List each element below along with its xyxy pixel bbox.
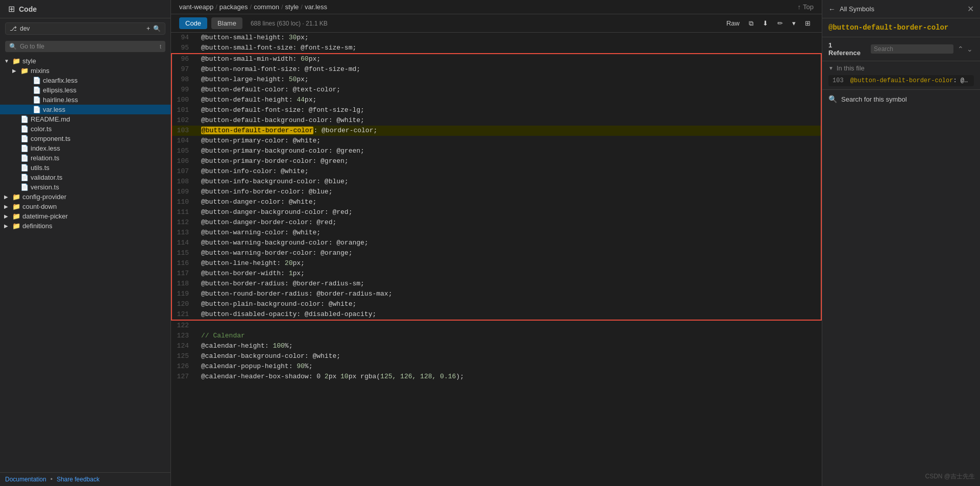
line-code: @button-default-height: 44px; [197, 95, 821, 105]
file-info: 688 lines (630 loc) · 21.1 KB [251, 20, 328, 27]
line-number: 111 [172, 207, 197, 217]
footer-feedback-link[interactable]: Share feedback [57, 476, 100, 483]
raw-button[interactable]: Raw [723, 18, 743, 29]
line-number: 119 [172, 289, 197, 299]
tree-item-clearfix[interactable]: 📄 clearfix.less [0, 76, 170, 85]
line-number: 102 [172, 115, 197, 126]
symbols-button[interactable]: ⊞ [802, 18, 814, 29]
search-input[interactable] [20, 43, 157, 50]
code-tab[interactable]: Code [179, 17, 207, 29]
folder-icon: 📁 [12, 57, 20, 65]
toolbar: Code Blame 688 lines (630 loc) · 21.1 KB… [171, 14, 822, 33]
table-row: 94 @button-small-height: 30px; [172, 33, 821, 43]
line-number: 121 [172, 309, 197, 320]
tree-item-count-down[interactable]: ▶ 📁 count-down [0, 202, 170, 211]
line-code: @button-normal-font-size: @font-size-md; [197, 64, 821, 75]
close-panel-button[interactable]: ✕ [967, 4, 974, 14]
ref-item-103[interactable]: 103 @button-default-border-color: @borde… [828, 75, 974, 86]
search-icon[interactable]: 🔍 [153, 25, 161, 32]
tree-item-index-less[interactable]: 📄 index.less [0, 143, 170, 153]
tree-item-style[interactable]: ▼ 📁 style [0, 56, 170, 66]
branch-selector[interactable]: ⎇ dev + 🔍 [5, 22, 165, 35]
breadcrumb-style[interactable]: style [285, 3, 299, 11]
search-box[interactable]: 🔍 t [5, 41, 165, 52]
tree-item-definitions[interactable]: ▶ 📁 definitions [0, 221, 170, 231]
table-row: 97 @button-normal-font-size: @font-size-… [172, 64, 821, 75]
line-code: @button-warning-border-color: @orange; [197, 248, 821, 258]
line-code: @button-primary-background-color: @green… [197, 146, 821, 156]
tree-item-readme[interactable]: 📄 README.md [0, 114, 170, 124]
tree-label-relation: relation.ts [31, 154, 59, 162]
collapse-down-button[interactable]: ⌄ [966, 45, 974, 53]
line-code: @button-small-min-width: 60px; [197, 54, 821, 64]
tree-item-mixins[interactable]: ▶ 📁 mixins [0, 66, 170, 76]
edit-button[interactable]: ✏ [774, 18, 786, 29]
breadcrumb-sep-4: / [301, 3, 303, 11]
tree-item-color[interactable]: 📄 color.ts [0, 124, 170, 134]
folder-icon: 📁 [12, 212, 20, 220]
tree-item-version[interactable]: 📄 version.ts [0, 182, 170, 192]
breadcrumb-packages[interactable]: packages [219, 3, 248, 11]
collapse-up-button[interactable]: ⌃ [957, 45, 965, 53]
folder-icon: 📁 [12, 222, 20, 230]
table-row: 102 @button-default-background-color: @w… [172, 115, 821, 126]
tree-label-hairline: hairline.less [43, 96, 78, 104]
tree-item-datetime-picker[interactable]: ▶ 📁 datetime-picker [0, 211, 170, 221]
code-view[interactable]: 94 @button-small-height: 30px; 95 @butto… [171, 33, 822, 486]
tree-label-definitions: definitions [22, 222, 53, 230]
tree-item-ellipsis[interactable]: 📄 ellipsis.less [0, 85, 170, 95]
table-row: 100 @button-default-height: 44px; [172, 95, 821, 105]
tree-label-mixins: mixins [31, 67, 50, 75]
table-row: 106 @button-primary-border-color: @green… [172, 156, 821, 166]
sidebar-footer: Documentation • Share feedback [0, 472, 170, 486]
tree-label-readme: README.md [31, 115, 70, 123]
tree-item-config-provider[interactable]: ▶ 📁 config-provider [0, 192, 170, 202]
back-button[interactable]: ← [828, 5, 836, 13]
tree-item-var-less[interactable]: 📄 var.less [0, 105, 170, 114]
tree-label-color: color.ts [31, 125, 52, 133]
copy-button[interactable]: ⧉ [746, 18, 756, 29]
line-number: 101 [172, 105, 197, 115]
breadcrumb-common[interactable]: common [254, 3, 279, 11]
add-icon[interactable]: + [146, 25, 150, 32]
expand-arrow: ▶ [12, 68, 20, 74]
line-number: 99 [172, 85, 197, 95]
download-button[interactable]: ⬇ [760, 18, 771, 29]
tree-item-component[interactable]: 📄 component.ts [0, 134, 170, 143]
footer-doc-link[interactable]: Documentation [5, 476, 46, 483]
line-code: @calendar-height: 100%; [197, 341, 821, 351]
branch-name: dev [20, 25, 30, 32]
line-code: @button-round-border-radius: @border-rad… [197, 289, 821, 299]
search-symbol-section[interactable]: 🔍 Search for this symbol [822, 89, 980, 108]
top-button[interactable]: ↑ Top [798, 3, 814, 11]
tree-item-utils[interactable]: 📄 utils.ts [0, 163, 170, 173]
expand-arrow: ▶ [4, 204, 12, 209]
more-button[interactable]: ▾ [789, 18, 799, 29]
table-row: 117 @button-border-width: 1px; [172, 269, 821, 279]
breadcrumb-sep-2: / [250, 3, 252, 11]
grid-icon: ⊞ [8, 4, 15, 14]
blame-tab[interactable]: Blame [211, 17, 242, 29]
toolbar-right: Raw ⧉ ⬇ ✏ ▾ ⊞ [723, 18, 814, 29]
line-code: @button-border-radius: @border-radius-sm… [197, 279, 821, 289]
line-number: 112 [172, 217, 197, 228]
tree-label-config-provider: config-provider [22, 193, 66, 201]
folder-icon: 📁 [12, 203, 20, 210]
line-number: 98 [172, 75, 197, 85]
table-row: 125 @calendar-background-color: @white; [172, 351, 821, 361]
watermark: CSDN @吉士先生 [925, 472, 975, 481]
expand-arrow: ▶ [4, 223, 12, 229]
tree-item-validator[interactable]: 📄 validator.ts [0, 173, 170, 182]
line-number: 107 [172, 166, 197, 177]
references-search-input[interactable] [871, 44, 953, 54]
file-icon: 📄 [20, 164, 29, 172]
tree-label-style: style [22, 57, 36, 65]
tree-item-relation[interactable]: 📄 relation.ts [0, 153, 170, 163]
line-number: 95 [172, 43, 197, 54]
breadcrumb-vant-weapp[interactable]: vant-weapp [179, 3, 213, 11]
table-row: 121 @button-disabled-opacity: @disabled-… [172, 309, 821, 320]
line-number: 126 [172, 361, 197, 372]
tree-label-clearfix: clearfix.less [43, 77, 78, 84]
tree-item-hairline[interactable]: 📄 hairline.less [0, 95, 170, 105]
table-row: 105 @button-primary-background-color: @g… [172, 146, 821, 156]
